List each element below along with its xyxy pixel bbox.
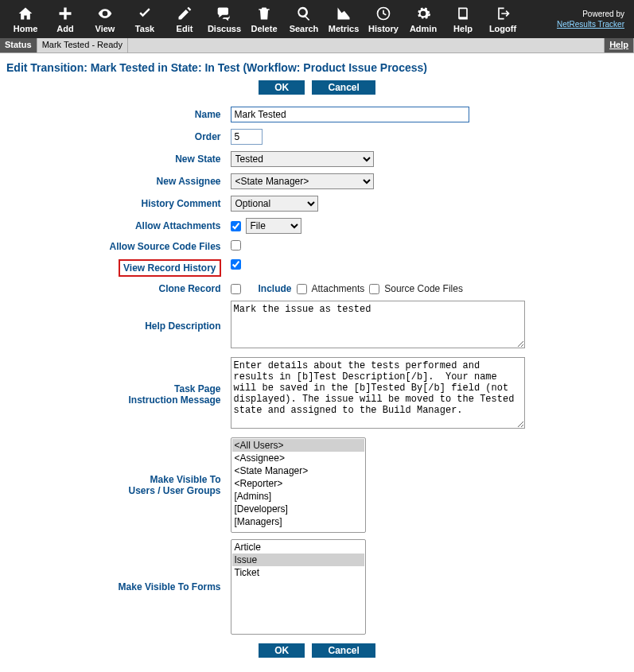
powered-by-block: Powered by NetResults Tracker	[557, 9, 628, 29]
toolbar-discuss[interactable]: Discuss	[205, 5, 243, 33]
status-text: Mark Tested - Ready	[37, 38, 128, 52]
clone-attachments-label: Attachments	[312, 283, 365, 294]
edit-transition-form: Name Order New State Tested New Assignee…	[104, 103, 529, 639]
task-instr-label-2: Instruction Message	[128, 394, 220, 406]
toolbar-view[interactable]: View	[86, 5, 124, 33]
list-option[interactable]: <Assignee>	[232, 452, 364, 464]
name-input[interactable]	[231, 107, 469, 122]
order-label: Order	[106, 126, 225, 147]
toolbar-metrics[interactable]: Metrics	[325, 5, 363, 33]
toolbar-edit[interactable]: Edit	[165, 5, 204, 33]
list-option[interactable]: <Reporter>	[232, 477, 364, 490]
trash-icon	[256, 5, 272, 22]
list-option[interactable]: Article	[232, 541, 364, 554]
cancel-button-top[interactable]: Cancel	[312, 80, 375, 95]
list-option[interactable]: <State Manager>	[232, 464, 364, 477]
chart-icon	[336, 5, 352, 22]
home-icon	[18, 5, 33, 22]
allow-source-checkbox[interactable]	[231, 240, 241, 251]
task-instr-label-1: Task Page	[174, 383, 220, 394]
list-option[interactable]: <All Users>	[232, 439, 364, 452]
visible-users-label-2: Users / User Groups	[128, 485, 220, 496]
clone-attachments-checkbox[interactable]	[297, 284, 307, 294]
status-bar: Status Mark Tested - Ready Help	[0, 38, 634, 53]
toolbar-logoff[interactable]: Logoff	[484, 5, 522, 33]
help-desc-textarea[interactable]: Mark the issue as tested	[231, 301, 525, 348]
powered-by-text: Powered by	[582, 10, 624, 18]
name-label: Name	[106, 104, 225, 125]
view-record-history-checkbox[interactable]	[231, 259, 241, 270]
allow-source-label: Allow Source Code Files	[106, 238, 225, 255]
toolbar-admin[interactable]: Admin	[404, 5, 442, 33]
allow-attachments-label: Allow Attachments	[106, 216, 225, 236]
history-comment-select[interactable]: Optional	[231, 196, 318, 212]
order-input[interactable]	[231, 129, 263, 145]
logout-icon	[495, 5, 511, 22]
book-icon	[455, 5, 471, 22]
gear-icon	[415, 5, 431, 22]
ok-button-bottom[interactable]: OK	[259, 643, 305, 658]
clone-source-checkbox[interactable]	[369, 284, 379, 294]
list-option[interactable]: [Managers]	[232, 515, 364, 528]
clone-include-label: Include	[259, 283, 292, 294]
allow-attachments-checkbox[interactable]	[231, 221, 241, 231]
plus-icon	[57, 5, 73, 22]
toolbar-help[interactable]: Help	[444, 5, 482, 33]
main-toolbar: HomeAddViewTaskEditDiscussDeleteSearchMe…	[0, 0, 634, 38]
list-option[interactable]: [Developers]	[232, 503, 364, 515]
page-title: Edit Transition: Mark Tested in State: I…	[6, 61, 628, 74]
visible-users-select[interactable]: <All Users><Assignee><State Manager><Rep…	[231, 437, 366, 533]
attachment-type-select[interactable]: File	[246, 218, 301, 234]
list-option[interactable]: [Admins]	[232, 490, 364, 503]
list-option[interactable]: Issue	[232, 554, 364, 566]
visible-forms-select[interactable]: ArticleIssueTicket	[231, 539, 366, 635]
help-desc-label: Help Description	[106, 298, 225, 353]
toolbar-history[interactable]: History	[364, 5, 403, 33]
clock-icon	[375, 5, 391, 22]
toolbar-delete[interactable]: Delete	[245, 5, 283, 33]
visible-forms-label: Make Visible To Forms	[106, 537, 225, 637]
list-option[interactable]: Ticket	[232, 566, 364, 579]
status-help-link[interactable]: Help	[604, 38, 634, 52]
pencil-icon	[177, 5, 193, 22]
clone-record-checkbox[interactable]	[231, 284, 241, 294]
new-state-select[interactable]: Tested	[231, 151, 374, 167]
clone-record-label: Clone Record	[106, 281, 225, 297]
product-link[interactable]: NetResults Tracker	[557, 20, 624, 29]
cancel-button-bottom[interactable]: Cancel	[312, 643, 375, 658]
search-icon	[296, 5, 312, 22]
new-assignee-select[interactable]: <State Manager>	[231, 173, 374, 189]
clone-source-label: Source Code Files	[384, 283, 463, 294]
view-record-history-label: View Record History	[119, 259, 220, 277]
task-instr-textarea[interactable]: Enter details about the tests performed …	[231, 357, 525, 429]
status-label: Status	[0, 38, 37, 52]
visible-users-label-1: Make Visible To	[150, 474, 221, 485]
history-comment-label: History Comment	[106, 193, 225, 214]
toolbar-task[interactable]: Task	[126, 5, 164, 33]
ok-button-top[interactable]: OK	[259, 80, 305, 95]
toolbar-search[interactable]: Search	[285, 5, 323, 33]
new-state-label: New State	[106, 149, 225, 169]
toolbar-home[interactable]: Home	[6, 5, 45, 33]
toolbar-add[interactable]: Add	[46, 5, 84, 33]
new-assignee-label: New Assignee	[106, 171, 225, 192]
eye-icon	[97, 5, 113, 22]
comments-icon	[216, 5, 232, 22]
check-icon	[137, 5, 153, 22]
